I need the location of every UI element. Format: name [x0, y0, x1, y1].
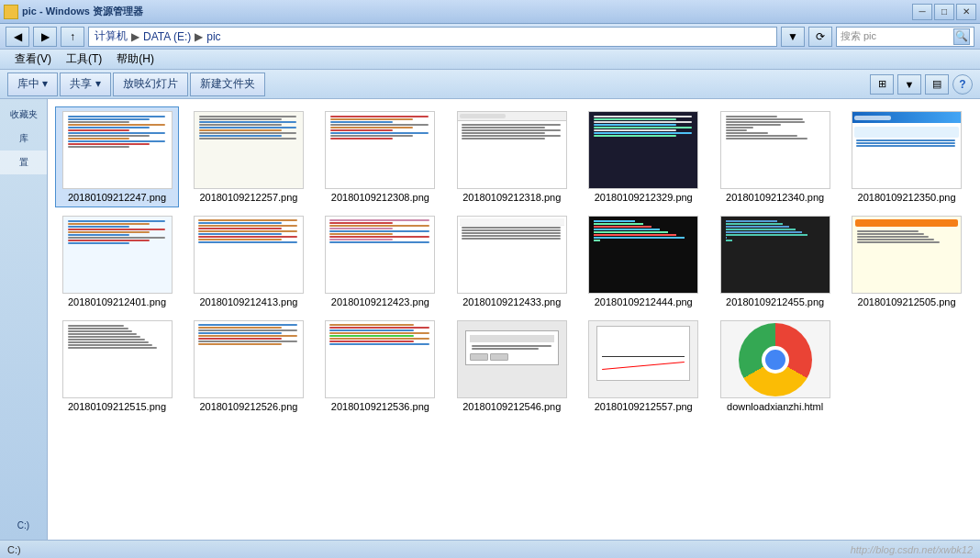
up-btn[interactable]: ↑	[61, 27, 84, 47]
sep2: ▶	[195, 30, 203, 43]
view-details-btn[interactable]: ▤	[925, 74, 949, 95]
file-item-12[interactable]: 20180109212455.png	[713, 211, 837, 312]
file-item-0[interactable]: 20180109212247.png	[55, 106, 179, 207]
file-name-7: 20180109212401.png	[68, 296, 166, 307]
menu-bar: 查看(V) 工具(T) 帮助(H)	[0, 50, 980, 70]
file-name-16: 20180109212536.png	[331, 401, 429, 412]
search-btn[interactable]: 🔍	[953, 28, 970, 45]
file-item-10[interactable]: 20180109212433.png	[450, 211, 574, 312]
menu-tools[interactable]: 工具(T)	[59, 50, 109, 69]
file-name-17: 20180109212546.png	[462, 401, 561, 412]
file-item-18[interactable]: 20180109212557.png	[582, 316, 706, 417]
file-item-5[interactable]: 20180109212340.png	[713, 106, 837, 207]
maximize-btn[interactable]: □	[934, 4, 954, 20]
menu-view[interactable]: 查看(V)	[7, 50, 59, 69]
minimize-btn[interactable]: ─	[912, 4, 932, 20]
breadcrumb-data[interactable]: DATA (E:)	[143, 30, 191, 43]
sidebar: 收藏夹 库 置 C:)	[0, 99, 48, 540]
file-item-11[interactable]: 20180109212444.png	[582, 211, 706, 312]
slideshow-btn[interactable]: 放映幻灯片	[113, 73, 188, 96]
share-btn[interactable]: 共享 ▾	[60, 73, 110, 96]
sidebar-item-favorites[interactable]: 收藏夹	[0, 103, 47, 127]
file-item-7[interactable]: 20180109212401.png	[55, 211, 179, 312]
file-name-13: 20180109212505.png	[858, 296, 956, 307]
file-name-5: 20180109212340.png	[726, 192, 824, 203]
file-name-4: 20180109212329.png	[595, 192, 693, 203]
file-name-11: 20180109212444.png	[595, 296, 693, 307]
back-btn[interactable]: ◀	[6, 27, 29, 47]
view-dropdown-btn[interactable]: ▼	[897, 74, 921, 95]
search-label: 搜索 pic	[841, 29, 876, 43]
window-controls: ─ □ ✕	[912, 4, 976, 20]
breadcrumb-pic[interactable]: pic	[206, 30, 220, 43]
menu-help[interactable]: 帮助(H)	[109, 50, 161, 69]
file-name-9: 20180109212423.png	[331, 296, 429, 307]
breadcrumb: 计算机 ▶ DATA (E:) ▶ pic	[88, 27, 777, 47]
file-item-6[interactable]: 20180109212350.png	[845, 106, 969, 207]
file-item-17[interactable]: 20180109212546.png	[450, 316, 574, 417]
status-left: C:)	[7, 544, 21, 555]
status-watermark: http://blog.csdn.net/xwbk12	[851, 544, 973, 555]
share-label: 共享 ▾	[70, 76, 100, 92]
status-bar: C:) http://blog.csdn.net/xwbk12	[0, 540, 980, 558]
file-name-2: 20180109212308.png	[331, 192, 429, 203]
file-item-8[interactable]: 20180109212413.png	[186, 211, 310, 312]
library-label: 库中 ▾	[17, 76, 48, 92]
sidebar-item-settings[interactable]: 置	[0, 151, 47, 174]
file-name-1: 20180109212257.png	[199, 192, 297, 203]
sidebar-item-library[interactable]: 库	[0, 127, 47, 151]
file-name-10: 20180109212433.png	[462, 296, 561, 307]
title-text: pic - Windows 资源管理器	[22, 5, 912, 18]
toolbar-right: ⊞ ▼ ▤ ?	[870, 74, 973, 95]
help-btn[interactable]: ?	[952, 74, 973, 95]
file-name-6: 20180109212350.png	[858, 192, 956, 203]
title-bar: pic - Windows 资源管理器 ─ □ ✕	[0, 0, 980, 24]
close-btn[interactable]: ✕	[956, 4, 976, 20]
slideshow-label: 放映幻灯片	[123, 76, 178, 92]
file-item-15[interactable]: 20180109212526.png	[186, 316, 310, 417]
toolbar: 库中 ▾ 共享 ▾ 放映幻灯片 新建文件夹 ⊞ ▼ ▤ ?	[0, 70, 980, 99]
file-item-13[interactable]: 20180109212505.png	[845, 211, 969, 312]
dropdown-btn[interactable]: ▼	[781, 27, 805, 47]
file-item-3[interactable]: 20180109212318.png	[450, 106, 574, 207]
file-name-18: 20180109212557.png	[595, 401, 693, 412]
sidebar-item-drive-c[interactable]: C:)	[0, 515, 47, 536]
file-item-16[interactable]: 20180109212536.png	[318, 316, 442, 417]
file-name-14: 20180109212515.png	[68, 401, 166, 412]
file-item-9[interactable]: 20180109212423.png	[318, 211, 442, 312]
breadcrumb-computer[interactable]: 计算机	[95, 28, 128, 44]
sep1: ▶	[131, 30, 139, 43]
search-box: 搜索 pic 🔍	[836, 27, 974, 47]
file-name-12: 20180109212455.png	[726, 296, 824, 307]
address-bar: ◀ ▶ ↑ 计算机 ▶ DATA (E:) ▶ pic ▼ ⟳ 搜索 pic 🔍	[0, 24, 980, 50]
file-name-0: 20180109212247.png	[68, 192, 166, 203]
search-input[interactable]	[878, 31, 952, 42]
library-btn[interactable]: 库中 ▾	[7, 73, 58, 96]
file-name-15: 20180109212526.png	[199, 401, 297, 412]
file-item-19[interactable]: downloadxianzhi.html	[713, 316, 837, 417]
file-name-8: 20180109212413.png	[199, 296, 297, 307]
file-name-3: 20180109212318.png	[462, 192, 561, 203]
file-item-14[interactable]: 20180109212515.png	[55, 316, 179, 417]
new-folder-btn[interactable]: 新建文件夹	[190, 73, 265, 96]
file-name-19: downloadxianzhi.html	[727, 401, 823, 412]
file-grid: 20180109212247.png20180109212257.png2018…	[48, 99, 980, 540]
new-folder-label: 新建文件夹	[200, 76, 255, 92]
refresh-btn[interactable]: ⟳	[808, 27, 832, 47]
main-layout: 收藏夹 库 置 C:) 20180109212247.png2018010921…	[0, 99, 980, 540]
file-item-4[interactable]: 20180109212329.png	[582, 106, 706, 207]
file-item-1[interactable]: 20180109212257.png	[186, 106, 310, 207]
window-icon	[4, 5, 18, 19]
view-tiles-btn[interactable]: ⊞	[870, 74, 894, 95]
forward-btn[interactable]: ▶	[33, 27, 57, 47]
file-item-2[interactable]: 20180109212308.png	[318, 106, 442, 207]
